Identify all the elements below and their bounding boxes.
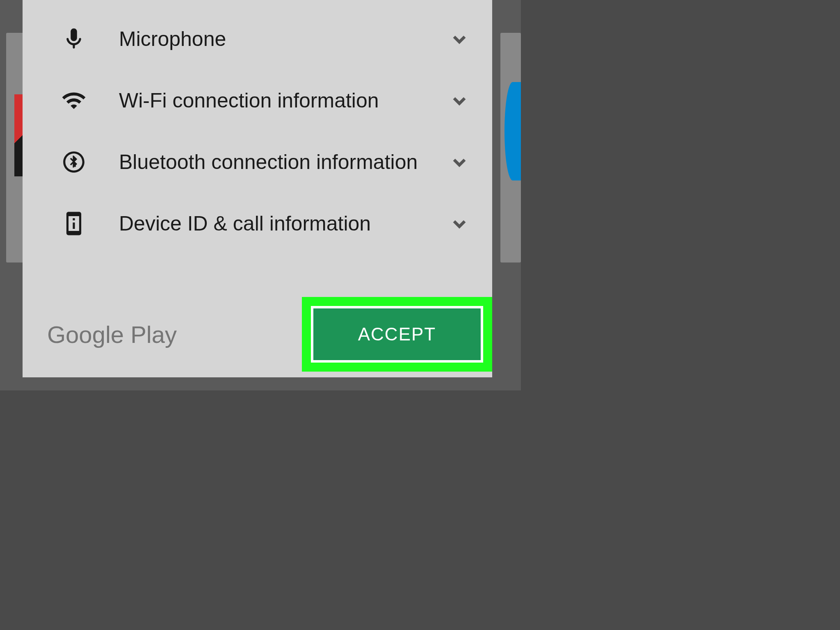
permission-row-wifi[interactable]: Wi-Fi connection information <box>39 70 476 131</box>
bluetooth-icon <box>55 144 92 180</box>
background-card-right <box>500 33 521 262</box>
permission-label: Bluetooth connection information <box>119 149 447 176</box>
permission-label: Wi-Fi connection information <box>119 87 447 114</box>
chevron-down-icon[interactable] <box>447 88 472 113</box>
permissions-dialog: Microphone Wi-Fi connection information <box>23 0 492 377</box>
dialog-footer: Google Play ACCEPT <box>23 291 492 377</box>
permission-row-bluetooth[interactable]: Bluetooth connection information <box>39 131 476 193</box>
chevron-down-icon[interactable] <box>447 27 472 51</box>
chevron-down-icon[interactable] <box>447 150 472 174</box>
accept-button[interactable]: ACCEPT <box>311 306 483 363</box>
permission-list: Microphone Wi-Fi connection information <box>23 0 492 291</box>
permission-row-device-id[interactable]: Device ID & call information <box>39 193 476 254</box>
microphone-icon <box>55 21 92 57</box>
wifi-icon <box>55 82 92 119</box>
permission-label: Device ID & call information <box>119 210 447 237</box>
google-play-label: Google Play <box>47 321 177 348</box>
background-app-icon <box>504 82 521 180</box>
permission-row-microphone[interactable]: Microphone <box>39 8 476 70</box>
chevron-down-icon[interactable] <box>447 211 472 236</box>
permission-label: Microphone <box>119 26 447 52</box>
accept-highlight-box: ACCEPT <box>302 297 492 372</box>
device-info-icon <box>55 205 92 242</box>
